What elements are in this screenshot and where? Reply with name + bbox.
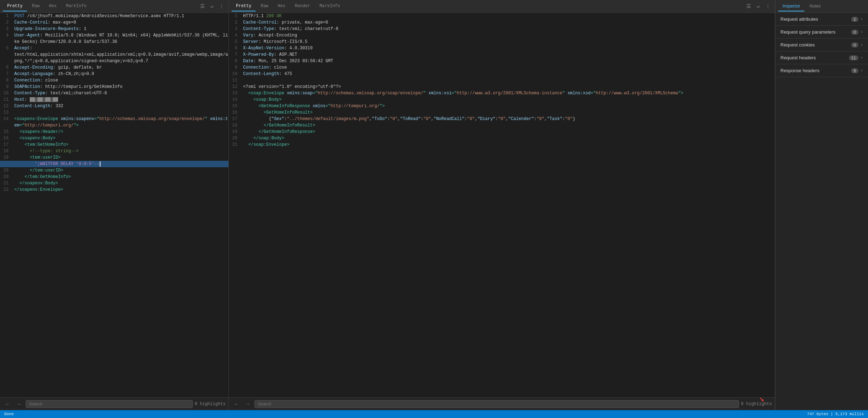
line-content: <soapenv:Header/> [13,129,228,135]
inspector-badge: 0 [851,30,858,35]
right-tab-markinfo[interactable]: MarkInfo [315,1,345,11]
line-content: </soapenv:Envelope> [13,186,228,193]
line-number: 11 [0,96,13,103]
line-number: 13 [229,90,242,96]
inspector-section-label: Request query parameters [780,29,835,35]
table-row: 20 </soap:Body> [229,135,775,141]
status-left: Done [4,412,14,416]
line-content: Cache-Control: private, max-age=0 [242,19,775,26]
line-content: Upgrade-Insecure-Requests: 1 [13,26,228,32]
left-search-bar: ← → 0 highlights [0,397,228,410]
table-row: 11Host: ██ ██ ██ ██ [0,96,228,103]
line-content: </soap:Envelope> [242,141,775,148]
inspector-sections: Request attributes2›Request query parame… [775,13,868,77]
line-number: 1 [229,13,242,19]
line-content: <soapenv:Envelope xmlns:soapenv="http://… [13,116,228,129]
table-row: 5Server: Microsoft-IIS/8.5 [229,39,775,45]
right-code-area: 1HTTP/1.1 200 OK2Cache-Control: private,… [229,13,775,397]
line-content: <?xml version="1.0" encoding="utf-8"?> [242,84,775,90]
inspector-tab-bar: Inspector Notes [775,0,868,13]
right-next-btn[interactable]: → [243,400,252,408]
line-number: 20 [0,167,13,174]
line-number: 20 [0,174,13,180]
line-number: 11 [229,77,242,84]
inspector-row-0[interactable]: Request attributes2› [775,13,868,26]
wrap-icon[interactable]: ↵ [209,3,215,10]
right-highlights-label: 0 highlights [741,402,772,407]
table-row: 17 {"Sex":"../themes/default/images/m.pn… [229,116,775,122]
left-code-area: 1POST /c6/jhsoft.mobileapp/AndroidSevice… [0,13,228,397]
notes-tab[interactable]: Notes [805,1,825,11]
left-tab-hex[interactable]: Hex [45,1,61,11]
left-tab-bar: Pretty Raw Hex MarkInfo ☰ ↵ ⋮ [0,0,228,13]
table-row: 22</soapenv:Envelope> [0,186,228,193]
line-number: 3 [229,26,242,32]
table-row: 3Upgrade-Insecure-Requests: 1 [0,26,228,32]
line-content: Connection: close [13,77,228,84]
line-content: X-AspNet-Version: 4.0.30319 [242,45,775,51]
table-row: 9Connection: close [229,64,775,71]
table-row: 1POST /c6/jhsoft.mobileapp/AndroidSevice… [0,13,228,19]
table-row: 10Content-Type: text/xml;charset=UTF-8 [0,90,228,96]
line-number: 19 [0,154,13,161]
table-row: 14 <soap:Body> [229,96,775,103]
left-tab-raw[interactable]: Raw [28,1,44,11]
table-row: 15 <soapenv:Header/> [0,129,228,135]
chevron-icon: › [860,43,863,48]
line-number: 15 [0,129,13,135]
left-next-btn[interactable]: → [14,400,24,408]
inspector-count-group: 11› [849,55,863,60]
line-content: text/html,application/xhtml+xml,applicat… [13,51,228,64]
line-content: User-Agent: Mozilla/5.0 (Windows NT 10.0… [13,32,228,45]
more-icon[interactable]: ⋮ [218,3,226,10]
line-number: 10 [229,71,242,77]
table-row: 8Date: Mon, 25 Dec 2023 03:56:42 GMT [229,58,775,64]
inspector-tab[interactable]: Inspector [778,1,804,11]
table-row: 6X-AspNet-Version: 4.0.30319 [229,45,775,51]
chevron-icon: › [860,30,863,35]
inspector-section-label: Request headers [780,55,816,60]
right-more-icon[interactable]: ⋮ [764,3,772,10]
inspector-panel: Inspector Notes Request attributes2›Requ… [775,0,868,410]
left-tab-pretty[interactable]: Pretty [3,1,27,11]
inspector-row-4[interactable]: Response headers9› [775,64,868,77]
inspector-row-1[interactable]: Request query parameters0› [775,26,868,39]
right-search-input[interactable] [255,400,739,408]
line-number: 6 [229,45,242,51]
line-number: 22 [0,186,13,193]
line-content: Content-Length: 332 [13,103,228,109]
right-tab-raw[interactable]: Raw [256,1,273,11]
line-number: 10 [0,90,13,96]
left-panel: Pretty Raw Hex MarkInfo ☰ ↵ ⋮ 1POST /c6/… [0,0,229,410]
right-wrap-icon[interactable]: ↵ [755,3,761,10]
table-row: 7X-Powered-By: ASP.NET [229,51,775,58]
inspector-row-2[interactable]: Request cookies0› [775,39,868,51]
right-list-icon[interactable]: ☰ [745,3,753,10]
line-number: 8 [229,58,242,64]
right-tab-pretty[interactable]: Pretty [232,1,256,11]
left-prev-btn[interactable]: ← [3,400,12,408]
table-row: 2Cache-Control: max-age=0 [0,19,228,26]
list-icon[interactable]: ☰ [199,3,206,10]
right-tab-hex[interactable]: Hex [273,1,290,11]
table-row: 3Content-Type: text/xml; charset=utf-8 [229,26,775,32]
line-number: 9 [229,64,242,71]
left-search-input[interactable] [26,400,193,408]
line-number: 21 [229,141,242,148]
line-number: 5 [0,45,13,51]
inspector-badge: 11 [849,55,858,60]
line-content: <soap:Body> [242,96,775,103]
table-row: 14<soapenv:Envelope xmlns:soapenv="http:… [0,116,228,129]
right-tab-render[interactable]: Render [290,1,314,11]
line-content: HTTP/1.1 200 OK [242,13,775,19]
table-row: 20 </tem:GetHomeInfo> [0,174,228,180]
table-row: 18 <!--type: string--> [0,148,228,154]
table-row: 10Content-Length: 475 [229,71,775,77]
left-tab-markinfo[interactable]: MarkInfo [61,1,91,11]
right-prev-btn[interactable]: ← [232,400,241,408]
table-row: text/html,application/xhtml+xml,applicat… [0,51,228,64]
table-row: 20 </tem:userID> [0,167,228,174]
inspector-row-3[interactable]: Request headers11› [775,51,868,64]
line-number: 16 [0,135,13,141]
inspector-count-group: 0› [851,30,863,35]
